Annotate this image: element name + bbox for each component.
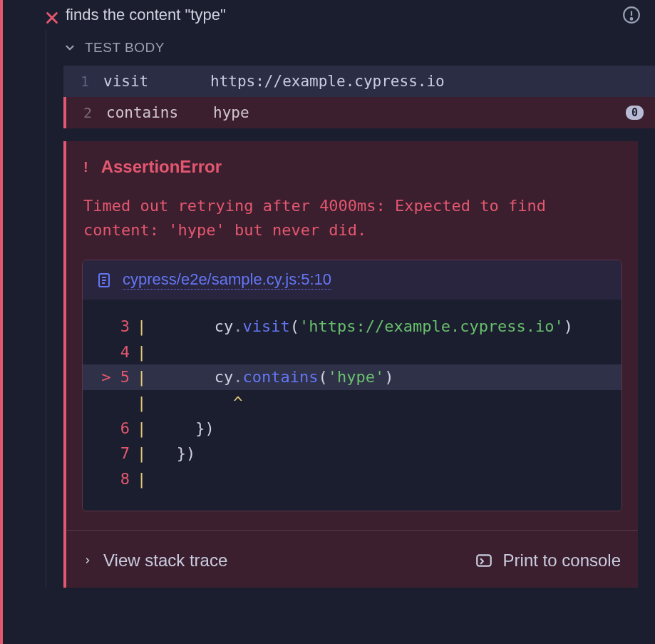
chevron-down-icon	[63, 41, 76, 54]
test-body: TEST BODY 1 visit https://example.cypres…	[46, 30, 655, 588]
error-title-row: ! AssertionError	[66, 157, 638, 194]
line-number: 4	[83, 339, 130, 365]
code-line: 7| })	[83, 441, 622, 466]
code-content: cy.contains('hype')	[158, 364, 622, 390]
command-row-failed[interactable]: 2 contains hype 0	[63, 97, 655, 128]
command-arg: https://example.cypress.io	[210, 73, 445, 90]
match-count-badge: 0	[626, 106, 644, 120]
code-body: 3| cy.visit('https://example.cypress.io'…	[83, 300, 622, 510]
line-number: 8	[83, 466, 130, 492]
svg-point-4	[631, 18, 633, 20]
error-title: AssertionError	[101, 157, 222, 177]
gutter-pipe: |	[130, 364, 158, 390]
test-header[interactable]: finds the content "type"	[3, 0, 655, 30]
gutter-pipe: |	[130, 314, 158, 339]
command-number: 2	[83, 104, 106, 121]
gutter-pipe: |	[130, 390, 158, 416]
print-to-console-button[interactable]: Print to console	[475, 551, 621, 571]
line-number: 6	[83, 416, 130, 441]
line-number: > 5	[83, 364, 130, 390]
stack-toggle-label: View stack trace	[103, 551, 227, 571]
code-content: })	[158, 441, 622, 466]
gutter-pipe: |	[130, 339, 158, 365]
fail-x-icon	[44, 10, 60, 26]
line-number: 3	[83, 314, 130, 339]
code-line: 8|	[83, 466, 622, 492]
code-line: 6| })	[83, 416, 622, 441]
code-line: 4|	[83, 339, 622, 365]
exclaim-icon: !	[83, 159, 88, 175]
view-stack-trace-button[interactable]: View stack trace	[83, 551, 227, 571]
command-row[interactable]: 1 visit https://example.cypress.io	[63, 66, 655, 97]
code-line: 3| cy.visit('https://example.cypress.io'…	[83, 314, 622, 339]
code-content	[158, 466, 622, 492]
print-label: Print to console	[503, 551, 621, 571]
command-name: contains	[106, 104, 213, 121]
code-frame: cypress/e2e/sample.cy.js:5:10 3| cy.visi…	[82, 260, 622, 511]
console-icon	[475, 551, 493, 570]
code-content: })	[158, 416, 622, 441]
warning-circle-icon	[622, 6, 641, 24]
error-file-link[interactable]: cypress/e2e/sample.cy.js:5:10	[123, 270, 331, 290]
error-actions: View stack trace Print to console	[66, 530, 638, 571]
code-content: cy.visit('https://example.cypress.io')	[158, 314, 622, 339]
file-icon	[96, 272, 113, 289]
command-number: 1	[81, 73, 103, 90]
gutter-pipe: |	[130, 416, 158, 441]
code-line: | ^	[83, 390, 622, 416]
code-frame-header[interactable]: cypress/e2e/sample.cy.js:5:10	[83, 260, 622, 300]
error-message: Timed out retrying after 4000ms: Expecte…	[66, 194, 638, 260]
code-content: ^	[158, 390, 622, 416]
test-root: finds the content "type" TEST BODY 1 vis…	[0, 0, 655, 644]
line-number: 7	[83, 441, 130, 466]
test-body-header[interactable]: TEST BODY	[46, 30, 655, 66]
command-arg: hype	[213, 104, 249, 121]
code-content	[158, 339, 622, 365]
gutter-pipe: |	[130, 466, 158, 492]
command-name: visit	[103, 73, 210, 90]
gutter-pipe: |	[130, 441, 158, 466]
assertion-error-panel: ! AssertionError Timed out retrying afte…	[63, 141, 638, 588]
test-body-label: TEST BODY	[85, 40, 165, 56]
test-title: finds the content "type"	[66, 6, 226, 24]
svg-rect-9	[477, 555, 491, 566]
chevron-right-icon	[83, 554, 92, 567]
line-number	[83, 390, 130, 416]
code-line-highlighted: > 5| cy.contains('hype')	[83, 364, 622, 390]
